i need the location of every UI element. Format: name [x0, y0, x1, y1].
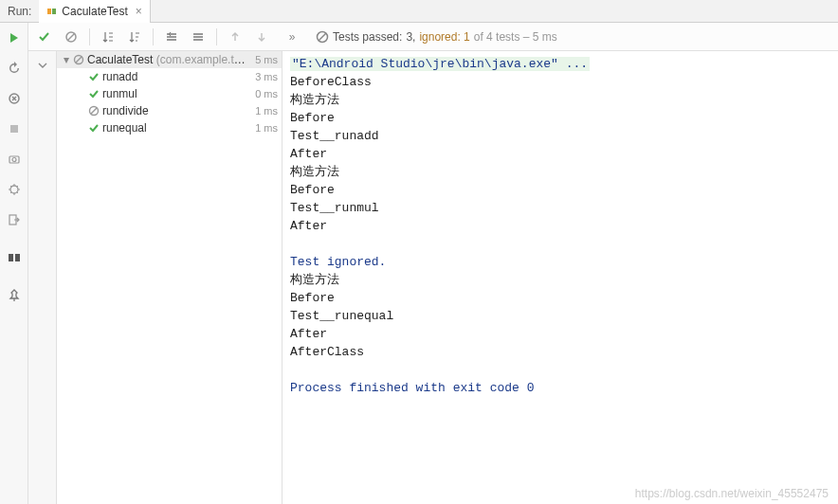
- tree-item-label: rundivide: [102, 104, 251, 117]
- chevron-down-icon[interactable]: ▾: [61, 53, 72, 66]
- console-output[interactable]: "E:\Android Studio\jre\bin\java.exe" ...…: [282, 51, 838, 504]
- tree-root-time: 5 ms: [251, 54, 278, 65]
- close-icon[interactable]: ×: [136, 5, 142, 18]
- pin-icon[interactable]: [5, 286, 24, 305]
- test-toolbar: » Tests passed: 3, ignored: 1 of 4 tests…: [28, 23, 838, 51]
- divider: [153, 28, 154, 45]
- tree-item[interactable]: rundivide1 ms: [57, 102, 282, 119]
- watermark: https://blog.csdn.net/weixin_45552475: [635, 487, 829, 500]
- status-ignored: ignored: 1: [419, 30, 469, 44]
- svg-point-5: [12, 158, 16, 162]
- main-area: » Tests passed: 3, ignored: 1 of 4 tests…: [0, 23, 838, 504]
- show-ignored-icon[interactable]: [61, 27, 82, 47]
- history-icon[interactable]: [32, 55, 53, 76]
- pass-status-icon: [87, 71, 100, 82]
- sort-alpha-icon[interactable]: [98, 27, 118, 47]
- header-bar: Run: CaculateTest ×: [0, 0, 838, 23]
- body: ▾ CaculateTest (com.example.testc 5 ms r…: [28, 51, 838, 504]
- console-exit: Process finished with exit code 0: [290, 381, 534, 395]
- tree-gutter: [28, 51, 57, 504]
- ignored-status-icon: [87, 105, 100, 117]
- tree-item[interactable]: runmul0 ms: [57, 85, 282, 102]
- tree-item-label: runmul: [102, 87, 251, 100]
- sort-duration-icon[interactable]: [124, 27, 145, 47]
- tree-item[interactable]: runadd3 ms: [57, 68, 282, 85]
- svg-rect-9: [15, 254, 20, 261]
- console-lines-1: BeforeClass 构造方法 Before Test__runadd Aft…: [290, 75, 379, 233]
- rerun-failed-icon[interactable]: [5, 89, 24, 108]
- next-icon[interactable]: [251, 27, 272, 47]
- svg-rect-1: [52, 9, 56, 14]
- collapse-all-icon[interactable]: [188, 27, 209, 47]
- console-lines-2: 构造方法 Before Test__runequal After AfterCl…: [290, 273, 393, 359]
- expand-all-icon[interactable]: [161, 27, 182, 47]
- test-status: Tests passed: 3, ignored: 1 of 4 tests –…: [316, 30, 557, 44]
- ignored-status-icon: [72, 54, 85, 65]
- run-icon[interactable]: [5, 28, 24, 47]
- tree-item-time: 0 ms: [251, 88, 278, 99]
- tree-root[interactable]: ▾ CaculateTest (com.example.testc 5 ms: [57, 51, 282, 68]
- tree-item-label: runequal: [102, 121, 251, 135]
- tree-item-time: 1 ms: [251, 105, 278, 117]
- pass-status-icon: [87, 88, 100, 99]
- dump-icon[interactable]: [5, 150, 24, 169]
- status-prefix: Tests passed:: [333, 30, 402, 44]
- divider: [89, 28, 90, 45]
- content: » Tests passed: 3, ignored: 1 of 4 tests…: [28, 23, 838, 504]
- test-config-icon: [46, 6, 58, 17]
- svg-rect-0: [47, 9, 51, 14]
- test-tree: ▾ CaculateTest (com.example.testc 5 ms r…: [57, 51, 282, 504]
- more-icon[interactable]: »: [282, 27, 302, 47]
- pass-status-icon: [87, 122, 100, 134]
- show-passed-icon[interactable]: [34, 27, 55, 47]
- tree-root-label: CaculateTest (com.example.testc: [87, 53, 251, 66]
- rerun-icon[interactable]: [5, 59, 24, 78]
- debug-icon[interactable]: [5, 180, 24, 199]
- tree-item[interactable]: runequal1 ms: [57, 119, 282, 136]
- left-gutter: [0, 23, 28, 504]
- exit-icon[interactable]: [5, 210, 24, 229]
- stop-icon[interactable]: [5, 119, 24, 138]
- layout-icon[interactable]: [5, 248, 24, 267]
- console-ignored: Test ignored.: [290, 255, 386, 269]
- svg-rect-8: [9, 254, 13, 261]
- status-rest: of 4 tests – 5 ms: [474, 30, 557, 44]
- run-tab[interactable]: CaculateTest ×: [39, 0, 150, 23]
- svg-rect-3: [10, 125, 18, 133]
- status-ignored-icon: [316, 30, 329, 44]
- tree-item-time: 1 ms: [251, 122, 278, 134]
- divider: [216, 28, 217, 45]
- tab-title: CaculateTest: [62, 5, 127, 18]
- prev-icon[interactable]: [225, 27, 246, 47]
- tree-item-label: runadd: [102, 70, 251, 83]
- status-passed-count: 3,: [406, 30, 415, 44]
- console-cmd: "E:\Android Studio\jre\bin\java.exe" ...: [290, 57, 590, 71]
- tree-item-time: 3 ms: [251, 71, 278, 82]
- run-label: Run:: [0, 5, 39, 18]
